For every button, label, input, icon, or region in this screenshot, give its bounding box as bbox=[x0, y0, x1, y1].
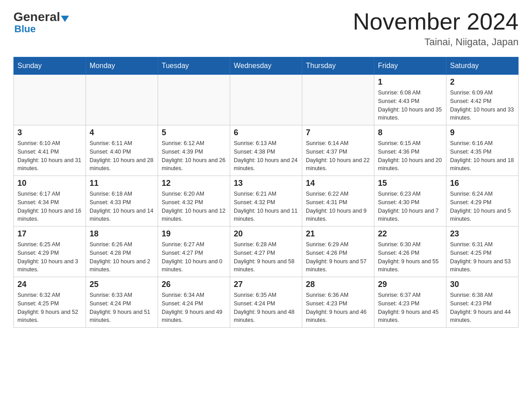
calendar-cell: 27Sunrise: 6:35 AM Sunset: 4:24 PM Dayli… bbox=[230, 277, 302, 328]
day-info: Sunrise: 6:17 AM Sunset: 4:34 PM Dayligh… bbox=[17, 190, 82, 223]
day-info: Sunrise: 6:26 AM Sunset: 4:28 PM Dayligh… bbox=[90, 240, 154, 274]
day-info: Sunrise: 6:15 AM Sunset: 4:36 PM Dayligh… bbox=[378, 139, 442, 173]
svg-marker-0 bbox=[61, 16, 69, 22]
calendar-cell: 10Sunrise: 6:17 AM Sunset: 4:34 PM Dayli… bbox=[14, 176, 86, 227]
day-info: Sunrise: 6:10 AM Sunset: 4:41 PM Dayligh… bbox=[17, 139, 82, 173]
calendar-header: SundayMondayTuesdayWednesdayThursdayFrid… bbox=[14, 57, 519, 75]
calendar-cell: 15Sunrise: 6:23 AM Sunset: 4:30 PM Dayli… bbox=[374, 176, 446, 227]
calendar-cell: 13Sunrise: 6:21 AM Sunset: 4:32 PM Dayli… bbox=[230, 176, 302, 227]
day-number: 26 bbox=[162, 280, 226, 289]
week-row-5: 24Sunrise: 6:32 AM Sunset: 4:25 PM Dayli… bbox=[14, 277, 519, 328]
calendar-cell: 21Sunrise: 6:29 AM Sunset: 4:26 PM Dayli… bbox=[302, 227, 374, 277]
day-info: Sunrise: 6:21 AM Sunset: 4:32 PM Dayligh… bbox=[234, 190, 298, 223]
calendar-cell bbox=[158, 75, 230, 125]
day-info: Sunrise: 6:33 AM Sunset: 4:24 PM Dayligh… bbox=[90, 291, 154, 325]
day-number: 4 bbox=[90, 128, 154, 137]
calendar-cell: 9Sunrise: 6:16 AM Sunset: 4:35 PM Daylig… bbox=[446, 125, 519, 176]
day-number: 16 bbox=[450, 179, 515, 188]
day-info: Sunrise: 6:20 AM Sunset: 4:32 PM Dayligh… bbox=[162, 190, 226, 223]
day-info: Sunrise: 6:31 AM Sunset: 4:25 PM Dayligh… bbox=[450, 240, 515, 274]
day-number: 10 bbox=[17, 179, 82, 188]
day-info: Sunrise: 6:29 AM Sunset: 4:26 PM Dayligh… bbox=[306, 240, 370, 274]
day-info: Sunrise: 6:28 AM Sunset: 4:27 PM Dayligh… bbox=[234, 240, 298, 274]
logo-blue-text: Blue bbox=[13, 23, 36, 35]
day-info: Sunrise: 6:24 AM Sunset: 4:29 PM Dayligh… bbox=[450, 190, 515, 223]
day-number: 27 bbox=[234, 280, 298, 289]
title-area: November 2024 Tainai, Niigata, Japan bbox=[353, 9, 519, 48]
day-info: Sunrise: 6:27 AM Sunset: 4:27 PM Dayligh… bbox=[162, 240, 226, 274]
day-info: Sunrise: 6:16 AM Sunset: 4:35 PM Dayligh… bbox=[450, 139, 515, 173]
calendar-cell: 16Sunrise: 6:24 AM Sunset: 4:29 PM Dayli… bbox=[446, 176, 519, 227]
calendar-cell: 20Sunrise: 6:28 AM Sunset: 4:27 PM Dayli… bbox=[230, 227, 302, 277]
calendar-cell: 28Sunrise: 6:36 AM Sunset: 4:23 PM Dayli… bbox=[302, 277, 374, 328]
calendar-body: 1Sunrise: 6:08 AM Sunset: 4:43 PM Daylig… bbox=[14, 75, 519, 328]
day-info: Sunrise: 6:23 AM Sunset: 4:30 PM Dayligh… bbox=[378, 190, 442, 223]
day-number: 5 bbox=[162, 128, 226, 137]
weekday-header-tuesday: Tuesday bbox=[158, 57, 230, 75]
day-info: Sunrise: 6:37 AM Sunset: 4:23 PM Dayligh… bbox=[378, 291, 442, 325]
logo-general-text: General bbox=[13, 9, 69, 25]
week-row-3: 10Sunrise: 6:17 AM Sunset: 4:34 PM Dayli… bbox=[14, 176, 519, 227]
day-number: 17 bbox=[17, 229, 82, 239]
calendar-cell: 1Sunrise: 6:08 AM Sunset: 4:43 PM Daylig… bbox=[374, 75, 446, 125]
day-number: 2 bbox=[450, 77, 515, 87]
day-info: Sunrise: 6:35 AM Sunset: 4:24 PM Dayligh… bbox=[234, 291, 298, 325]
calendar-cell bbox=[230, 75, 302, 125]
calendar-cell bbox=[14, 75, 86, 125]
day-info: Sunrise: 6:30 AM Sunset: 4:26 PM Dayligh… bbox=[378, 240, 442, 274]
day-info: Sunrise: 6:25 AM Sunset: 4:29 PM Dayligh… bbox=[17, 240, 82, 274]
day-number: 25 bbox=[90, 280, 154, 289]
calendar-cell: 22Sunrise: 6:30 AM Sunset: 4:26 PM Dayli… bbox=[374, 227, 446, 277]
calendar-cell: 24Sunrise: 6:32 AM Sunset: 4:25 PM Dayli… bbox=[14, 277, 86, 328]
weekday-header-wednesday: Wednesday bbox=[230, 57, 302, 75]
calendar-table: SundayMondayTuesdayWednesdayThursdayFrid… bbox=[13, 57, 519, 328]
calendar-cell: 25Sunrise: 6:33 AM Sunset: 4:24 PM Dayli… bbox=[86, 277, 158, 328]
day-info: Sunrise: 6:12 AM Sunset: 4:39 PM Dayligh… bbox=[162, 139, 226, 173]
day-info: Sunrise: 6:14 AM Sunset: 4:37 PM Dayligh… bbox=[306, 139, 370, 173]
calendar-cell: 30Sunrise: 6:38 AM Sunset: 4:23 PM Dayli… bbox=[446, 277, 519, 328]
calendar-cell: 12Sunrise: 6:20 AM Sunset: 4:32 PM Dayli… bbox=[158, 176, 230, 227]
calendar-cell: 5Sunrise: 6:12 AM Sunset: 4:39 PM Daylig… bbox=[158, 125, 230, 176]
calendar-cell: 26Sunrise: 6:34 AM Sunset: 4:24 PM Dayli… bbox=[158, 277, 230, 328]
calendar-cell: 6Sunrise: 6:13 AM Sunset: 4:38 PM Daylig… bbox=[230, 125, 302, 176]
calendar-cell: 17Sunrise: 6:25 AM Sunset: 4:29 PM Dayli… bbox=[14, 227, 86, 277]
day-info: Sunrise: 6:08 AM Sunset: 4:43 PM Dayligh… bbox=[378, 89, 442, 122]
day-number: 11 bbox=[90, 179, 154, 188]
weekday-header-thursday: Thursday bbox=[302, 57, 374, 75]
logo-triangle-icon bbox=[61, 11, 69, 25]
day-info: Sunrise: 6:34 AM Sunset: 4:24 PM Dayligh… bbox=[162, 291, 226, 325]
week-row-2: 3Sunrise: 6:10 AM Sunset: 4:41 PM Daylig… bbox=[14, 125, 519, 176]
calendar-cell: 3Sunrise: 6:10 AM Sunset: 4:41 PM Daylig… bbox=[14, 125, 86, 176]
weekday-header-monday: Monday bbox=[86, 57, 158, 75]
calendar-cell: 7Sunrise: 6:14 AM Sunset: 4:37 PM Daylig… bbox=[302, 125, 374, 176]
day-number: 8 bbox=[378, 128, 442, 137]
day-number: 7 bbox=[306, 128, 370, 137]
calendar-cell bbox=[86, 75, 158, 125]
day-number: 1 bbox=[378, 77, 442, 87]
calendar-subtitle: Tainai, Niigata, Japan bbox=[353, 36, 519, 48]
weekday-header-saturday: Saturday bbox=[446, 57, 519, 75]
day-number: 13 bbox=[234, 179, 298, 188]
calendar-cell: 18Sunrise: 6:26 AM Sunset: 4:28 PM Dayli… bbox=[86, 227, 158, 277]
calendar-cell: 11Sunrise: 6:18 AM Sunset: 4:33 PM Dayli… bbox=[86, 176, 158, 227]
day-info: Sunrise: 6:36 AM Sunset: 4:23 PM Dayligh… bbox=[306, 291, 370, 325]
calendar-cell: 29Sunrise: 6:37 AM Sunset: 4:23 PM Dayli… bbox=[374, 277, 446, 328]
day-number: 15 bbox=[378, 179, 442, 188]
weekday-header-row: SundayMondayTuesdayWednesdayThursdayFrid… bbox=[14, 57, 519, 75]
weekday-header-friday: Friday bbox=[374, 57, 446, 75]
day-number: 29 bbox=[378, 280, 442, 289]
day-number: 24 bbox=[17, 280, 82, 289]
day-info: Sunrise: 6:22 AM Sunset: 4:31 PM Dayligh… bbox=[306, 190, 370, 223]
day-info: Sunrise: 6:32 AM Sunset: 4:25 PM Dayligh… bbox=[17, 291, 82, 325]
day-number: 30 bbox=[450, 280, 515, 289]
day-info: Sunrise: 6:09 AM Sunset: 4:42 PM Dayligh… bbox=[450, 89, 515, 122]
day-info: Sunrise: 6:13 AM Sunset: 4:38 PM Dayligh… bbox=[234, 139, 298, 173]
day-number: 28 bbox=[306, 280, 370, 289]
day-number: 19 bbox=[162, 229, 226, 239]
weekday-header-sunday: Sunday bbox=[14, 57, 86, 75]
logo: General Blue bbox=[13, 9, 69, 35]
calendar-cell: 14Sunrise: 6:22 AM Sunset: 4:31 PM Dayli… bbox=[302, 176, 374, 227]
calendar-cell: 8Sunrise: 6:15 AM Sunset: 4:36 PM Daylig… bbox=[374, 125, 446, 176]
calendar-cell: 23Sunrise: 6:31 AM Sunset: 4:25 PM Dayli… bbox=[446, 227, 519, 277]
header: General Blue November 2024 Tainai, Niiga… bbox=[13, 9, 519, 48]
